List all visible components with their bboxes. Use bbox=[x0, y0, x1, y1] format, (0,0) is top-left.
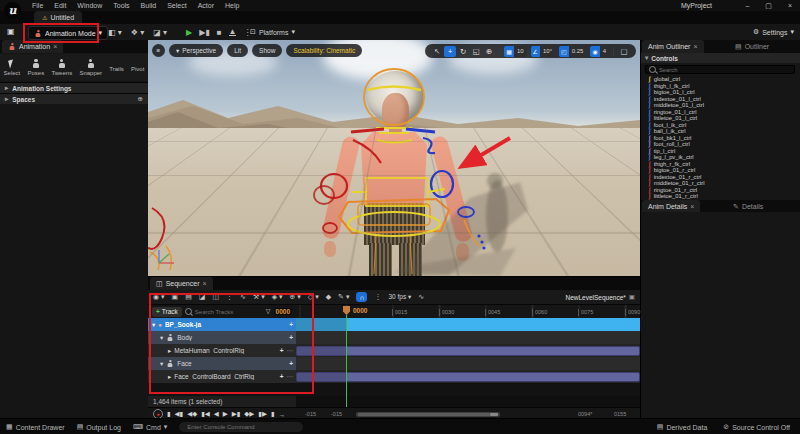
scale-snap-value[interactable]: 0.25 bbox=[569, 46, 587, 57]
timeline-area[interactable] bbox=[296, 318, 640, 383]
expand-icon[interactable]: ▾ bbox=[160, 360, 163, 368]
viewport-menu-icon[interactable]: ≡ bbox=[152, 44, 165, 57]
animation-tool-button[interactable]: Tweens bbox=[51, 59, 72, 76]
platforms-dropdown[interactable]: ⊡ Platforms ▾ bbox=[250, 26, 295, 38]
close-icon[interactable]: × bbox=[202, 280, 206, 287]
eject-button[interactable]: ▲ bbox=[229, 28, 237, 36]
menu-item[interactable]: Actor bbox=[198, 2, 214, 9]
expand-icon[interactable]: ▸ bbox=[168, 373, 171, 381]
add-section-icon[interactable]: + bbox=[289, 334, 293, 341]
add-space-icon[interactable]: ⊕ bbox=[138, 95, 143, 103]
tab-anim-outliner[interactable]: Anim Outliner × bbox=[642, 40, 704, 53]
lock-icon[interactable]: ▣ bbox=[629, 293, 635, 301]
expand-icon[interactable]: ▾ bbox=[160, 334, 163, 342]
cmd-dropdown[interactable]: ⌨ Cmd ▾ bbox=[133, 423, 167, 431]
tab-outliner[interactable]: ▤ Outliner bbox=[729, 40, 775, 53]
timeline-scrollbar[interactable] bbox=[356, 412, 500, 417]
perspective-dropdown[interactable]: ▾ Perspective bbox=[169, 44, 223, 57]
animation-tool-button[interactable]: Trails bbox=[109, 64, 123, 72]
console-command-box[interactable] bbox=[179, 422, 303, 432]
menu-item[interactable]: Select bbox=[167, 2, 186, 9]
viewport-3d[interactable]: ≡ ▾ Perspective Lit Show Scalability: Ci… bbox=[148, 40, 640, 276]
stop-button[interactable]: ■ bbox=[217, 28, 222, 37]
outliner-search[interactable] bbox=[645, 65, 795, 74]
console-input[interactable] bbox=[185, 423, 297, 431]
settings-dropdown[interactable]: ⚙ Settings ▾ bbox=[753, 26, 794, 38]
view-range-start[interactable]: -015 bbox=[331, 411, 342, 417]
grid-snap-toggle[interactable]: ▦ 10 bbox=[504, 46, 526, 57]
camera-speed-value[interactable]: 4 bbox=[600, 46, 609, 57]
tab-animation[interactable]: Animation × bbox=[2, 40, 63, 53]
camera-speed-control[interactable]: ◉ 4 bbox=[590, 46, 609, 57]
expand-icon[interactable]: ▾ bbox=[152, 321, 155, 329]
animation-tool-button[interactable]: Poses bbox=[28, 59, 45, 76]
grid-snap-value[interactable]: 10 bbox=[514, 46, 527, 57]
fps-dropdown[interactable]: 30 fps ▾ bbox=[388, 293, 411, 301]
derived-data-button[interactable]: ▤ Derived Data bbox=[657, 423, 707, 431]
control-rig-overlay[interactable] bbox=[148, 40, 640, 276]
unreal-logo-icon[interactable]: u bbox=[4, 2, 21, 19]
close-icon[interactable]: × bbox=[690, 203, 694, 210]
section-bar-face-controlboard[interactable] bbox=[296, 372, 640, 382]
view-range-end[interactable]: 0094* bbox=[578, 411, 592, 417]
sequence-name[interactable]: NewLevelSequence* bbox=[565, 294, 625, 301]
expand-icon[interactable]: ▸ bbox=[168, 347, 171, 355]
scalability-warning[interactable]: Scalability: Cinematic bbox=[286, 44, 362, 57]
search-input[interactable] bbox=[659, 67, 791, 73]
frame-skip-button[interactable]: ▶▮ bbox=[199, 28, 210, 37]
tab-sequencer[interactable]: ◫ Sequencer × bbox=[150, 277, 213, 290]
timeline-row-body[interactable] bbox=[296, 331, 640, 344]
timeline-row-face-controlboard[interactable] bbox=[296, 370, 640, 383]
track-row-metahuman-controlrig[interactable]: ▸ MetaHuman_ControlRig + ⋯ bbox=[148, 344, 296, 357]
section-bar-bp-sook-ja[interactable] bbox=[296, 318, 640, 331]
track-row-body[interactable]: ▾ Body + bbox=[148, 331, 296, 344]
control-item[interactable]: ∫ littletoe_01_r_ctrl bbox=[641, 193, 800, 200]
track-row-face-controlboard[interactable]: ▸ Face_ControlBoard_CtrlRig + ⋯ bbox=[148, 370, 296, 383]
add-key-icon[interactable]: + bbox=[280, 347, 284, 354]
animation-tool-button[interactable]: Pivot bbox=[131, 64, 144, 72]
content-drawer-button[interactable]: ▦ Content Drawer bbox=[6, 423, 65, 431]
timeline-row-face[interactable] bbox=[296, 357, 640, 370]
add-section-icon[interactable]: + bbox=[289, 321, 293, 328]
close-icon[interactable]: × bbox=[53, 43, 57, 50]
add-key-icon[interactable]: + bbox=[280, 373, 284, 380]
animation-tool-button[interactable]: Snapper bbox=[79, 59, 102, 76]
close-button[interactable]: × bbox=[788, 2, 792, 9]
rotation-snap-toggle[interactable]: ∠ 10° bbox=[531, 46, 555, 57]
lit-dropdown[interactable]: Lit bbox=[227, 44, 248, 57]
output-log-button[interactable]: ▤ Output Log bbox=[77, 423, 121, 431]
snap-options-icon[interactable]: ⋮ bbox=[374, 293, 381, 301]
working-range-start[interactable]: -015 bbox=[305, 411, 316, 417]
section-animation-settings[interactable]: ▸ Animation Settings bbox=[0, 82, 148, 93]
add-section-icon[interactable]: + bbox=[289, 360, 293, 367]
track-row-face[interactable]: ▾ Face + bbox=[148, 357, 296, 370]
save-icon[interactable]: ▣ bbox=[7, 27, 15, 36]
menu-item[interactable]: File bbox=[32, 2, 43, 9]
playhead-line[interactable] bbox=[346, 315, 347, 407]
current-frame-field[interactable]: 0000 bbox=[274, 308, 292, 315]
track-options-icon[interactable]: ⋯ bbox=[287, 347, 294, 355]
search-tracks-placeholder[interactable]: Search Tracks bbox=[195, 309, 263, 315]
timeline-row-metahuman[interactable] bbox=[296, 344, 640, 357]
filter-icon[interactable]: ∇ bbox=[266, 308, 271, 316]
section-bar-metahuman-controlrig[interactable] bbox=[296, 346, 640, 356]
menu-item[interactable]: Window bbox=[77, 2, 102, 9]
track-row-bp-sook-ja[interactable]: ▾ ● BP_Sook-ja + bbox=[148, 318, 296, 331]
menu-item[interactable]: Help bbox=[225, 2, 239, 9]
menu-item[interactable]: Edit bbox=[54, 2, 66, 9]
section-spaces[interactable]: ▸ Spaces ⊕ bbox=[0, 93, 148, 104]
track-options-icon[interactable]: ⋯ bbox=[287, 373, 294, 381]
maximize-button[interactable]: ▢ bbox=[765, 2, 772, 10]
maximize-viewport-icon[interactable]: ▢ bbox=[618, 46, 630, 57]
play-button[interactable]: ▶ bbox=[186, 28, 192, 37]
snap-magnet-toggle[interactable]: ∩ bbox=[356, 292, 367, 302]
curve-editor-icon[interactable]: ∿ bbox=[418, 293, 424, 301]
source-control-button[interactable]: ⊘ Source Control Off bbox=[723, 423, 790, 431]
tab-untitled[interactable]: ⚠ Untitled bbox=[34, 11, 82, 24]
show-dropdown[interactable]: Show bbox=[252, 44, 282, 57]
add-track-button[interactable]: + Track bbox=[152, 307, 182, 317]
working-range-end[interactable]: 0155 bbox=[614, 411, 626, 417]
controls-section-header[interactable]: ▾ Controls bbox=[641, 53, 800, 63]
minimize-button[interactable]: – bbox=[745, 2, 749, 9]
menu-item[interactable]: Build bbox=[141, 2, 157, 9]
